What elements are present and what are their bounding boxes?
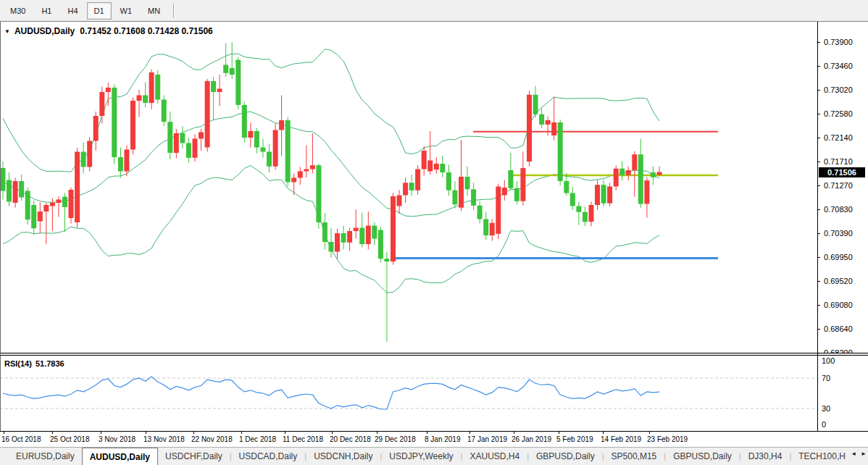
candle-body bbox=[502, 188, 507, 196]
tab-scroll-right-icon[interactable]: ► bbox=[861, 451, 867, 457]
date-tick bbox=[193, 432, 194, 434]
candle-body bbox=[285, 120, 291, 183]
price-axis-label: 0.73900 bbox=[824, 38, 866, 46]
date-axis[interactable]: 16 Oct 201825 Oct 20183 Nov 201813 Nov 2… bbox=[0, 432, 868, 447]
candle-body bbox=[25, 191, 30, 220]
candle-body bbox=[99, 92, 104, 116]
candle-body bbox=[124, 150, 129, 172]
candle-body bbox=[595, 185, 600, 205]
chart-title: ▼ AUDUSD,Daily 0.71452 0.71608 0.71428 0… bbox=[4, 26, 213, 36]
date-axis-label: 20 Dec 2018 bbox=[330, 435, 371, 443]
candle-body bbox=[217, 89, 222, 93]
symbol-dropdown-icon[interactable]: ▼ bbox=[4, 28, 10, 35]
price-axis-label: 0.71710 bbox=[824, 157, 866, 166]
price-axis-label: 0.68640 bbox=[824, 324, 866, 333]
candle-body bbox=[409, 183, 414, 190]
rsi-axis-label: 30 bbox=[822, 404, 851, 413]
timeframe-button-mn[interactable]: MN bbox=[141, 2, 167, 20]
candle-body bbox=[632, 154, 637, 170]
candle-body bbox=[471, 189, 476, 206]
date-axis-label: 5 Feb 2019 bbox=[556, 435, 593, 443]
candle-body bbox=[62, 197, 67, 207]
tab-scroll-arrows: ◄ ► bbox=[851, 451, 867, 457]
candle-body bbox=[186, 143, 191, 158]
candle-body bbox=[372, 226, 377, 239]
rsi-indicator-panel[interactable] bbox=[0, 356, 868, 431]
tab-eurusd-daily[interactable]: EURUSD,Daily bbox=[9, 448, 82, 465]
tab-scroll-left-icon[interactable]: ◄ bbox=[851, 451, 856, 457]
candle-body bbox=[50, 203, 55, 206]
candle-body bbox=[329, 242, 334, 252]
candle-body bbox=[316, 165, 321, 222]
candle-body bbox=[403, 183, 408, 195]
tab-usdjpy-weekly[interactable]: USDJPY,Weekly bbox=[382, 448, 460, 465]
price-axis-label: 0.73460 bbox=[824, 62, 866, 70]
tab-sp500-m15[interactable]: SP500,M15 bbox=[604, 448, 664, 465]
main-chart-panel[interactable] bbox=[0, 22, 868, 353]
candle-body bbox=[483, 219, 488, 236]
timeframe-button-h4[interactable]: H4 bbox=[60, 2, 85, 20]
tab-gbpusd-daily[interactable]: GBPUSD,Daily bbox=[666, 448, 739, 465]
candle-body bbox=[384, 259, 389, 261]
candle-body bbox=[143, 96, 148, 104]
candle-body bbox=[174, 133, 179, 153]
timeframe-button-m30[interactable]: M30 bbox=[3, 2, 33, 20]
price-axis-label: 0.70830 bbox=[824, 205, 866, 214]
timeframe-button-w1[interactable]: W1 bbox=[113, 2, 140, 20]
candle-body bbox=[69, 190, 74, 218]
tab-usdchf-daily[interactable]: USDCHF,Daily bbox=[158, 448, 230, 465]
candle-body bbox=[601, 185, 606, 204]
candlestick-chart[interactable] bbox=[0, 22, 817, 353]
candle-body bbox=[583, 212, 588, 222]
candle-body bbox=[81, 152, 86, 167]
candle-body bbox=[619, 169, 625, 175]
candle-body bbox=[341, 233, 346, 243]
candle-body bbox=[415, 169, 420, 190]
price-axis-label: 0.70390 bbox=[824, 229, 866, 238]
date-tick bbox=[427, 432, 427, 434]
candle-body bbox=[304, 169, 309, 172]
candle-body bbox=[459, 177, 464, 208]
candle-body bbox=[19, 181, 24, 198]
chart-ohlc-values: 0.71452 0.71608 0.71428 0.71506 bbox=[80, 26, 213, 36]
candle-body bbox=[223, 65, 228, 73]
date-tick bbox=[4, 432, 4, 434]
date-tick bbox=[332, 432, 333, 434]
candle-body bbox=[93, 116, 99, 141]
tab-tech100-h[interactable]: TECH100,H bbox=[791, 448, 853, 465]
candle-body bbox=[31, 205, 36, 228]
timeframe-button-h1[interactable]: H1 bbox=[34, 2, 59, 20]
tab-usdcad-daily[interactable]: USDCAD,Daily bbox=[232, 448, 305, 465]
rsi-axis-label: 70 bbox=[822, 374, 851, 382]
rsi-axis-label: 100 bbox=[822, 356, 851, 365]
candle-body bbox=[657, 172, 662, 175]
tab-dj30-h4[interactable]: DJ30,H4 bbox=[741, 448, 790, 465]
date-tick bbox=[377, 432, 377, 434]
candle-body bbox=[354, 228, 359, 232]
candle-body bbox=[1, 168, 6, 191]
date-axis-label: 1 Dec 2018 bbox=[239, 435, 276, 443]
candle-body bbox=[391, 196, 396, 261]
date-axis-label: 16 Oct 2018 bbox=[1, 435, 41, 443]
candle-body bbox=[106, 88, 111, 92]
current-price-badge: 0.71506 bbox=[819, 167, 865, 177]
candle-body bbox=[446, 172, 451, 190]
date-tick bbox=[470, 432, 470, 434]
tab-usdcnh-daily[interactable]: USDCNH,Daily bbox=[306, 448, 380, 465]
candle-body bbox=[248, 131, 253, 138]
rsi-axis-label: 0 bbox=[822, 420, 851, 429]
date-tick bbox=[146, 432, 146, 434]
price-axis-label: 0.69520 bbox=[824, 277, 866, 285]
candle-body bbox=[564, 181, 569, 193]
rsi-chart[interactable] bbox=[0, 356, 817, 431]
candle-body bbox=[38, 211, 43, 222]
tab-gbpusd-daily[interactable]: GBPUSD,Daily bbox=[529, 448, 602, 465]
timeframe-button-d1[interactable]: D1 bbox=[87, 2, 112, 20]
candle-body bbox=[254, 131, 259, 148]
tab-audusd-daily[interactable]: AUDUSD,Daily bbox=[82, 448, 158, 465]
rsi-title: RSI(14) 51.7836 bbox=[4, 359, 68, 368]
tab-xauusd-h4[interactable]: XAUUSD,H4 bbox=[462, 448, 527, 465]
date-tick bbox=[603, 432, 604, 434]
candle-body bbox=[273, 130, 278, 167]
candle-body bbox=[230, 68, 235, 75]
